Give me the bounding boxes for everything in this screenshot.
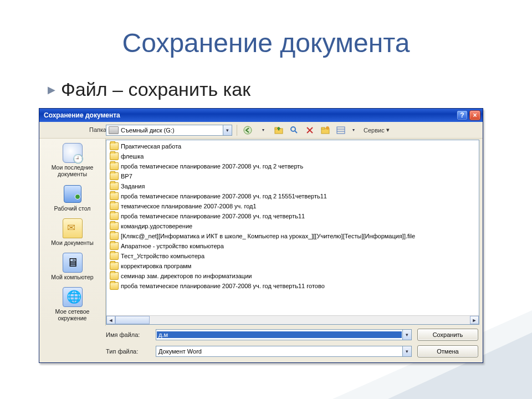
chevron-down-icon: ▾ [352,127,355,132]
list-item[interactable]: проба тематическое планирование 2007-200… [106,281,479,291]
tools-menu[interactable]: Сервис ▾ [360,126,393,134]
delete-icon [306,126,314,134]
help-icon: ? [460,111,464,119]
filename-label: Имя файла: [106,331,150,338]
folder-icon [110,172,119,180]
place-my-computer[interactable]: Мой компьютер [43,250,103,284]
close-icon: × [473,111,477,119]
up-button[interactable] [273,124,285,136]
save-button-label: Сохранить [433,331,463,338]
place-label: Рабочий стол [44,205,101,212]
search-button[interactable] [288,124,300,136]
folder-icon [110,232,119,240]
scroll-left-button[interactable]: ◄ [106,316,115,324]
place-desktop[interactable]: Рабочий стол [43,182,103,215]
folder-icon [110,252,119,260]
place-label: Мой компьютер [44,274,101,280]
combo-dropdown-icon[interactable]: ▾ [223,125,232,135]
list-item[interactable]: флешка [106,151,479,161]
cancel-button[interactable]: Отмена [417,345,478,357]
file-name: командир.удостоверение [121,223,192,229]
filetype-dropdown[interactable]: ▾ [402,346,411,356]
list-item[interactable]: Тест_Устройство компьютера [106,251,479,261]
places-bar: Мои последние документы Рабочий стол Мои… [39,139,106,326]
folder-icon [110,192,119,200]
back-button[interactable] [242,124,254,136]
file-name: ВР7 [121,173,132,180]
list-item[interactable]: тематическое планирование 2007-2008 уч. … [106,201,479,211]
folder-icon [110,162,119,170]
back-dropdown[interactable]: ▾ [257,124,269,136]
list-item[interactable]: Апаратное - устройство компьютера [106,241,479,251]
svg-point-9 [326,126,329,130]
svg-point-0 [244,126,252,134]
file-name: флешка [121,153,144,160]
delete-button[interactable] [304,124,316,136]
filename-field[interactable]: д.м ▾ [156,329,412,340]
chevron-down-icon: ▾ [406,349,408,354]
file-name: Тест_Устройство компьютера [121,253,204,259]
help-button[interactable]: ? [457,110,468,120]
close-button[interactable]: × [469,110,480,120]
dialog-titlebar[interactable]: Сохранение документа ? × [39,109,483,122]
file-name: Практическая работа [121,143,181,150]
recent-documents-icon [63,143,83,163]
list-item[interactable]: проба тематическое планирование 2007-200… [106,211,479,221]
arrow-right-icon: ► [472,318,477,323]
list-item[interactable]: корректировка программ [106,261,479,271]
new-folder-button[interactable] [319,124,331,136]
horizontal-scrollbar[interactable]: ◄ ► [106,315,479,324]
list-item[interactable]: Задания [106,181,479,191]
list-item[interactable]: [Клякс@_net][Информатика и ИКТ в школе_ … [106,231,479,241]
filename-dropdown[interactable]: ▾ [402,330,411,340]
file-name: Апаратное - устройство компьютера [121,243,224,249]
list-item[interactable]: ВР7 [106,171,479,181]
views-dropdown[interactable]: ▾ [350,124,357,136]
list-item[interactable]: проба тематическое планирование 2007-200… [106,161,479,171]
file-list[interactable]: Практическая работафлешкапроба тематичес… [106,140,479,315]
file-name: проба тематическое планирование 2007-200… [121,213,305,219]
folder-icon [110,152,119,160]
save-dialog: Сохранение документа ? × Папка: Съемный … [39,108,483,363]
file-name: [Клякс@_net][Информатика и ИКТ в школе_ … [121,233,415,239]
file-name: проба тематическое планирование 2007-200… [121,193,327,200]
place-network[interactable]: Мое сетевое окружение [43,285,103,325]
list-item[interactable]: Практическая работа [106,141,479,151]
place-recent-documents[interactable]: Мои последние документы [43,141,103,181]
bullet-icon: ▶ [48,84,55,96]
folder-icon [110,212,119,220]
save-button[interactable]: Сохранить [417,329,478,341]
chevron-down-icon: ▾ [386,126,390,134]
network-icon [63,287,83,307]
tools-label: Сервис [364,127,385,134]
dialog-topbar: Папка: Съемный диск (G:) ▾ ▾ [39,122,483,139]
file-name: проба тематическое планирование 2007-200… [121,283,325,289]
new-folder-icon [321,126,330,135]
list-item[interactable]: проба тематическое планирование 2007-200… [106,191,479,201]
folder-combo[interactable]: Съемный диск (G:) ▾ [106,125,232,136]
folder-icon [110,202,119,210]
dialog-bottom: Имя файла: д.м ▾ Сохранить Тип файла: До… [39,326,483,362]
place-label: Мое сетевое окружение [44,308,101,321]
list-item[interactable]: командир.удостоверение [106,221,479,231]
filetype-value: Документ Word [156,348,402,355]
scroll-thumb[interactable] [115,316,150,324]
file-list-pane: Практическая работафлешкапроба тематичес… [106,140,479,325]
filetype-label: Тип файла: [106,348,150,355]
desktop-icon [63,184,83,204]
scroll-track[interactable] [150,316,470,324]
filetype-field[interactable]: Документ Word ▾ [156,346,412,357]
folder-icon [110,142,119,150]
list-item[interactable]: семинар зам. директоров по информатизаци… [106,271,479,281]
separator [237,125,237,136]
place-my-documents[interactable]: Мои документы [43,216,103,249]
views-button[interactable] [335,124,347,136]
folder-icon [110,282,119,290]
folder-icon [110,222,119,230]
filename-value: д.м [157,331,402,338]
my-documents-icon [63,218,83,238]
file-name: тематическое планирование 2007-2008 уч. … [121,203,257,209]
scroll-right-button[interactable]: ► [470,316,479,324]
cancel-button-label: Отмена [437,348,458,355]
place-label: Мои последние документы [44,164,101,177]
